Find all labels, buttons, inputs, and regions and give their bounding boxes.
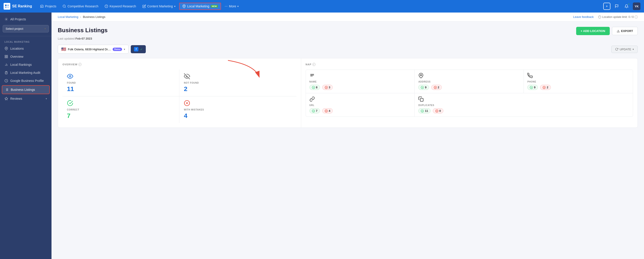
- svg-rect-51: [420, 98, 423, 101]
- phone-icon: [527, 73, 629, 79]
- location-chevron-icon: ▾: [124, 48, 125, 51]
- platform-button[interactable]: f ✓: [131, 45, 146, 53]
- add-button[interactable]: +: [603, 3, 610, 10]
- nap-grid: NAME 8 3: [306, 70, 633, 117]
- all-projects-label: All Projects: [10, 17, 26, 21]
- sidebar-item-all-projects[interactable]: All Projects: [0, 15, 52, 23]
- address-label: ADDRESS: [418, 80, 520, 83]
- with-mistakes-label: WITH MISTAKES: [184, 108, 292, 111]
- local-rankings-label: Local Rankings: [10, 63, 32, 66]
- locations-label: Locations: [10, 47, 24, 50]
- name-label: NAME: [310, 80, 411, 83]
- svg-rect-0: [5, 5, 7, 6]
- last-updated: Last updated Feb-07 2023: [58, 37, 638, 40]
- leave-feedback-link[interactable]: Leave feedback: [573, 15, 594, 18]
- location-selector[interactable]: 🇺🇸 Folk Osteria, 6839 Highland Dr.... De…: [58, 45, 128, 54]
- address-counts: 9 2: [418, 85, 520, 90]
- found-value: 11: [67, 85, 175, 93]
- found-cell: FOUND 11: [62, 70, 179, 96]
- breadcrumb-current: Business Listings: [83, 15, 105, 18]
- nap-section: NAP i NAME: [301, 58, 638, 127]
- sidebar-item-google-business-profile[interactable]: Google Business Profile: [0, 77, 52, 85]
- nav-local-marketing[interactable]: Local Marketing NEW: [179, 3, 221, 10]
- nap-duplicates-cell: DUPLICATES 11 0: [415, 93, 633, 117]
- name-err-count: 3: [322, 85, 333, 90]
- url-counts: 7 4: [310, 108, 411, 113]
- flag-icon[interactable]: [613, 3, 620, 10]
- logo-icon: [4, 3, 10, 10]
- sidebar-item-local-marketing-audit[interactable]: Local Marketing Audit: [0, 69, 52, 77]
- sidebar-divider: [0, 36, 52, 36]
- nap-phone-cell: PHONE 9 2: [524, 70, 633, 93]
- location-limit-value: 0 / 0: [628, 15, 634, 18]
- phone-label: PHONE: [527, 80, 629, 83]
- update-button[interactable]: UPDATE ▾: [611, 46, 638, 53]
- notification-dot: [628, 3, 630, 5]
- phone-counts: 9 2: [527, 85, 629, 90]
- duplicates-counts: 11 0: [418, 108, 629, 113]
- svg-point-8: [6, 48, 7, 49]
- project-selector[interactable]: Select project ▾: [3, 25, 49, 32]
- stats-container: OVERVIEW i FOUND 11: [58, 58, 638, 128]
- sidebar-item-local-rankings[interactable]: Local Rankings: [0, 61, 52, 69]
- svg-point-30: [70, 76, 71, 77]
- sidebar-item-locations[interactable]: Locations: [0, 44, 52, 52]
- svg-marker-26: [5, 97, 8, 100]
- duplicates-ok-count: 11: [418, 108, 430, 113]
- not-found-label: NOT FOUND: [184, 82, 292, 84]
- local-marketing-section-label: LOCAL MARKETING: [0, 38, 52, 44]
- nap-address-cell: ADDRESS 9 2: [415, 70, 524, 93]
- address-err-count: 2: [431, 85, 442, 90]
- nav-items: Projects Competitive Research Keyword Re…: [38, 3, 602, 10]
- x-circle-icon: [184, 100, 292, 107]
- page-title-area: Business Listings: [58, 27, 108, 34]
- app-layout: All Projects Select project ▾ LOCAL MARK…: [0, 12, 644, 259]
- header-actions: + ADD LOCATION EXPORT: [576, 27, 638, 35]
- nap-url-cell: URL 7 4: [306, 93, 415, 117]
- svg-point-41: [420, 74, 422, 76]
- sidebar-item-reviews[interactable]: Reviews ▾: [0, 95, 52, 103]
- name-ok-count: 8: [310, 85, 320, 90]
- update-label: UPDATE: [620, 48, 631, 51]
- breadcrumb: Local Marketing › Business Listings: [58, 15, 106, 18]
- svg-rect-1: [8, 5, 9, 6]
- nav-content-marketing[interactable]: Content Marketing ▾: [140, 3, 178, 9]
- add-location-button[interactable]: + ADD LOCATION: [576, 27, 610, 35]
- nap-info-icon[interactable]: i: [312, 63, 316, 66]
- correct-cell: CORRECT 7: [62, 96, 179, 123]
- user-avatar[interactable]: YK: [633, 2, 640, 10]
- svg-rect-11: [5, 57, 6, 58]
- export-button[interactable]: EXPORT: [612, 27, 638, 35]
- notification-wrapper: [623, 3, 630, 10]
- nav-competitive-research[interactable]: Competitive Research: [60, 3, 101, 9]
- overview-info-icon[interactable]: i: [78, 63, 82, 66]
- phone-err-count: 2: [540, 85, 550, 90]
- facebook-icon: f: [134, 47, 138, 51]
- nav-keyword-research[interactable]: Keyword Research: [102, 3, 138, 9]
- url-err-count: 4: [322, 108, 333, 113]
- breadcrumb-right: Leave feedback Location update limit: 0 …: [573, 15, 638, 18]
- reviews-label: Reviews: [10, 97, 22, 100]
- svg-rect-2: [5, 7, 7, 8]
- top-navigation: SE Ranking Projects Competitive Research…: [0, 0, 644, 12]
- breadcrumb-parent[interactable]: Local Marketing: [58, 15, 78, 18]
- svg-rect-9: [5, 55, 6, 56]
- nav-projects[interactable]: Projects: [38, 3, 59, 9]
- duplicates-err-count: 0: [433, 108, 443, 113]
- app-logo[interactable]: SE Ranking: [4, 3, 32, 10]
- text-icon: [310, 73, 411, 79]
- name-counts: 8 3: [310, 85, 411, 90]
- found-label: FOUND: [67, 82, 175, 84]
- sidebar-item-business-listings[interactable]: Business Listings: [2, 85, 50, 94]
- info-icon[interactable]: i: [634, 15, 638, 18]
- breadcrumb-separator: ›: [80, 15, 81, 18]
- nav-more[interactable]: ··· More ▾: [222, 3, 242, 10]
- sidebar-item-overview[interactable]: Overview: [0, 52, 52, 61]
- overview-label: Overview: [10, 55, 23, 58]
- svg-rect-3: [8, 7, 9, 8]
- phone-ok-count: 9: [527, 85, 538, 90]
- not-found-value: 2: [184, 85, 292, 93]
- svg-point-5: [184, 5, 184, 6]
- main-content: Local Marketing › Business Listings Leav…: [52, 12, 644, 259]
- overview-section-header: OVERVIEW i: [62, 63, 296, 66]
